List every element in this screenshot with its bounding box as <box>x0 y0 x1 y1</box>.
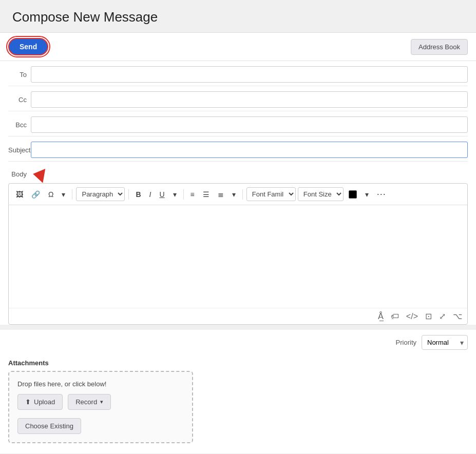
editor-container: 🖼 🔗 Ω ▾ Paragraph B <box>8 183 468 325</box>
list-chevron-icon: ▾ <box>232 190 236 199</box>
upload-button[interactable]: ⬆ Upload <box>17 394 63 410</box>
format-chevron-icon: ▾ <box>173 190 177 199</box>
record-caret-icon: ▾ <box>100 399 103 405</box>
fullscreen-icon[interactable]: ⤢ <box>439 311 446 321</box>
list-button[interactable]: ≣ <box>215 188 227 201</box>
priority-row: Priority Normal High Low <box>0 330 476 354</box>
image-icon: 🖼 <box>16 190 23 199</box>
editor-body[interactable] <box>9 205 467 308</box>
insert-image-button[interactable]: 🖼 <box>13 188 26 201</box>
address-book-button[interactable]: Address Book <box>411 39 468 55</box>
priority-wrapper: Normal High Low <box>422 335 468 350</box>
italic-button[interactable]: I <box>146 188 155 201</box>
editor-footer: Å̲ 🏷 </> ⊡ ⤢ ⌥ <box>9 308 467 324</box>
choose-existing-row: Choose Existing <box>17 414 184 434</box>
omega-icon: Ω <box>48 190 53 199</box>
underline-button[interactable]: U <box>156 188 167 201</box>
subject-label: Subject <box>8 146 31 154</box>
record-button[interactable]: Record ▾ <box>68 394 111 410</box>
cc-input[interactable] <box>31 91 468 108</box>
subject-field-row: Subject <box>8 136 468 162</box>
drop-zone: Drop files here, or click below! ⬆ Uploa… <box>8 371 193 443</box>
format-dropdown-button[interactable]: ▾ <box>170 188 180 201</box>
send-button[interactable]: Send <box>8 38 48 55</box>
list-icon: ≣ <box>218 190 224 199</box>
find-replace-icon[interactable]: ⊡ <box>425 311 432 321</box>
code-icon[interactable]: </> <box>406 312 418 321</box>
page-title: Compose New Message <box>12 9 464 25</box>
text-color-button[interactable] <box>346 188 360 201</box>
insert-link-button[interactable]: 🔗 <box>28 188 43 201</box>
insert-dropdown-button[interactable]: ▾ <box>59 188 68 201</box>
list-dropdown-button[interactable]: ▾ <box>229 188 239 201</box>
to-input[interactable] <box>31 66 468 83</box>
priority-select[interactable]: Normal High Low <box>422 335 468 350</box>
upload-label: Upload <box>34 398 55 406</box>
align-center-button[interactable]: ☰ <box>200 188 213 201</box>
toolbar-divider-1 <box>72 189 72 200</box>
body-label-row: Body <box>8 162 468 183</box>
drop-text: Drop files here, or click below! <box>17 380 184 388</box>
bcc-field-row: Bcc <box>8 111 468 136</box>
to-field-row: To <box>8 61 468 86</box>
record-label: Record <box>75 398 97 406</box>
attachments-section: Attachments Drop files here, or click be… <box>0 354 476 453</box>
link-icon: 🔗 <box>31 190 40 199</box>
subject-input[interactable] <box>31 142 468 158</box>
chevron-down-icon: ▾ <box>62 190 65 199</box>
upload-icon: ⬆ <box>25 398 31 406</box>
bcc-input[interactable] <box>31 116 468 133</box>
page-header: Compose New Message <box>0 0 476 33</box>
color-dropdown-button[interactable]: ▾ <box>362 188 372 201</box>
priority-label: Priority <box>396 339 416 346</box>
paragraph-format-select[interactable]: Paragraph <box>76 187 125 201</box>
color-chevron-icon: ▾ <box>365 190 369 199</box>
attachment-buttons: ⬆ Upload Record ▾ <box>17 394 184 410</box>
editor-toolbar: 🖼 🔗 Ω ▾ Paragraph B <box>9 184 467 205</box>
bold-icon: B <box>136 190 141 199</box>
align-center-icon: ☰ <box>203 190 210 199</box>
align-left-icon: ≡ <box>191 190 195 199</box>
body-label: Body <box>8 170 31 178</box>
toolbar-divider-4 <box>242 189 243 200</box>
font-family-select[interactable]: Font Famil <box>246 187 296 201</box>
bcc-label: Bcc <box>8 121 31 129</box>
bold-button[interactable]: B <box>132 188 144 201</box>
toolbar-divider-2 <box>128 189 129 200</box>
cc-field-row: Cc <box>8 86 468 111</box>
choose-existing-button[interactable]: Choose Existing <box>17 418 81 434</box>
form-area: To Cc Bcc Subject Body 🖼 🔗 <box>0 61 476 325</box>
toolbar-row: Send Address Book <box>0 33 476 61</box>
toolbar-divider-3 <box>183 189 184 200</box>
special-char-button[interactable]: Ω <box>45 188 56 201</box>
tag-icon[interactable]: 🏷 <box>391 312 399 321</box>
italic-icon: I <box>149 190 151 199</box>
cc-label: Cc <box>8 96 31 104</box>
underline-icon: U <box>159 190 164 199</box>
font-size-select[interactable]: Font Size <box>298 187 344 201</box>
align-left-button[interactable]: ≡ <box>187 188 198 201</box>
color-swatch <box>349 190 357 199</box>
body-arrow-indicator <box>32 167 46 183</box>
spellcheck-icon[interactable]: Å̲ <box>378 311 384 321</box>
to-label: To <box>8 71 31 78</box>
attachments-label: Attachments <box>8 359 468 367</box>
more-options-button[interactable]: ··· <box>374 187 389 202</box>
clear-format-icon[interactable]: ⌥ <box>453 311 462 321</box>
